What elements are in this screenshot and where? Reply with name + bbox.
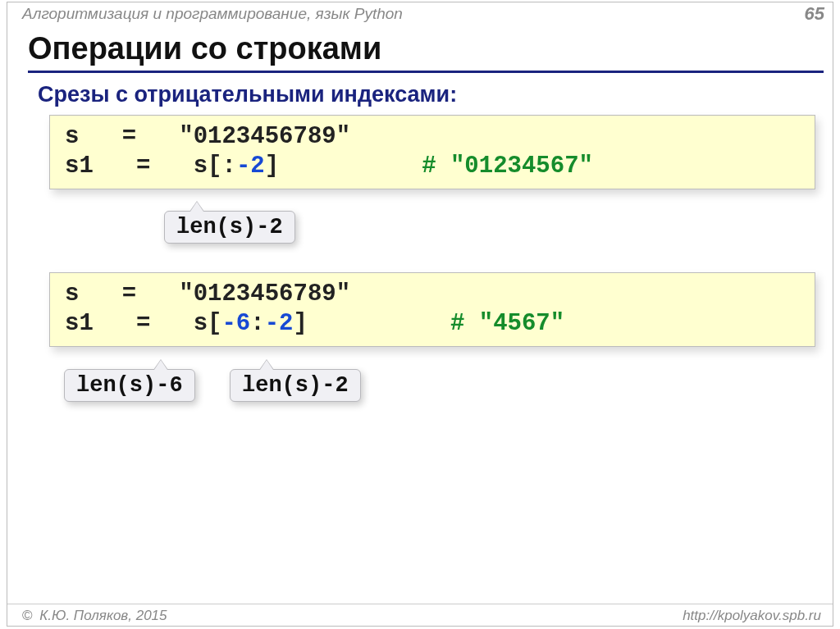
code-assign: = xyxy=(122,123,136,150)
heading-rule xyxy=(28,71,824,73)
callout-text: len(s)-6 xyxy=(76,373,183,398)
callout-len-2a: len(s)-6 xyxy=(64,369,195,402)
comment-text: "01234567" xyxy=(436,153,593,180)
code-assign: = xyxy=(136,310,150,337)
slide-footer: © К.Ю. Поляков, 2015 http://kpolyakov.sp… xyxy=(7,604,833,627)
code-slice-close: ] xyxy=(294,310,308,337)
code-slice-open: s[ xyxy=(194,310,222,337)
comment-hash: # xyxy=(422,153,436,180)
copyright-text: К.Ю. Поляков, 2015 xyxy=(36,608,167,623)
code-slice-close: ] xyxy=(265,153,279,180)
slide-header: Алгоритмизация и программирование, язык … xyxy=(7,2,833,25)
code-index: -6 xyxy=(221,310,250,337)
copyright-icon: © xyxy=(22,608,33,623)
page-number: 65 xyxy=(805,3,824,25)
callout-text: len(s)-2 xyxy=(242,373,349,398)
code-block-2: s = "0123456789" s1 = s[-6:-2] # "4567" xyxy=(49,272,815,347)
code-gap xyxy=(308,310,450,337)
course-title: Алгоритмизация и программирование, язык … xyxy=(22,5,403,23)
callout-len-1: len(s)-2 xyxy=(164,211,295,244)
copyright: © К.Ю. Поляков, 2015 xyxy=(22,608,167,624)
code-block-1: s = "0123456789" s1 = s[:-2] # "01234567… xyxy=(49,115,815,189)
code-line: s1 = s[:-2] # "01234567" xyxy=(65,152,800,181)
code-gap xyxy=(279,153,422,180)
comment-hash: # xyxy=(450,310,464,337)
code-index: -2 xyxy=(236,153,265,180)
code-assign: = xyxy=(136,153,150,180)
comment-text: "4567" xyxy=(464,310,564,337)
main-heading: Операции со строками xyxy=(28,31,820,70)
code-index: -2 xyxy=(265,310,294,337)
code-slice-open: s[: xyxy=(194,153,236,180)
code-var: s1 xyxy=(65,153,94,180)
callout-len-2b: len(s)-2 xyxy=(230,369,361,402)
code-colon: : xyxy=(250,310,264,337)
sub-heading: Срезы с отрицательными индексами: xyxy=(38,82,457,107)
callout-text: len(s)-2 xyxy=(176,215,283,239)
code-line: s = "0123456789" xyxy=(65,280,800,309)
code-string: "0123456789" xyxy=(179,280,350,308)
code-var: s xyxy=(65,280,79,308)
code-line: s = "0123456789" xyxy=(65,122,800,152)
code-var: s1 xyxy=(65,310,94,337)
code-var: s xyxy=(65,123,79,150)
code-assign: = xyxy=(122,280,136,308)
footer-url: http://kpolyakov.spb.ru xyxy=(682,608,821,624)
code-line: s1 = s[-6:-2] # "4567" xyxy=(65,309,800,339)
code-string: "0123456789" xyxy=(179,123,350,150)
